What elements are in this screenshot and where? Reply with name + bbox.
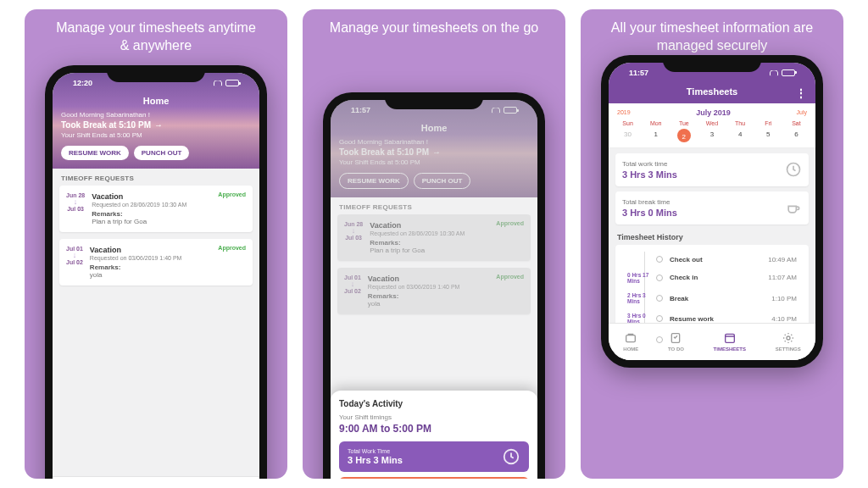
date-range: Jun 28 ↓ Jul 03 [66, 192, 85, 225]
selected-day: 2 [677, 129, 691, 142]
timeoff-card: Jun 28↓Jul 03 VacationRequested on 28/06… [337, 214, 531, 261]
shift-end-text: Your Shift Ends at 5:00 PM [61, 131, 251, 139]
month-navigator: 2019 July 2019 July [609, 103, 815, 120]
todo-icon [669, 331, 682, 345]
calendar-days[interactable]: 30 1 2 3 4 5 6 [609, 126, 815, 148]
resume-work-button[interactable]: RESUME WORK [61, 146, 129, 160]
screen-home: 12:20 Home Good Morning Sabarinathan ! T… [53, 73, 259, 479]
timeline-row: 0 Hrs 17 Mins Check in11:07 AM [627, 268, 797, 288]
wifi-icon [492, 108, 500, 114]
prev-month[interactable]: 2019 [617, 109, 631, 115]
wifi-icon [214, 80, 222, 86]
status-time: 11:57 [351, 106, 370, 114]
break-status[interactable]: Took Break at 5:10 PM → [61, 120, 251, 130]
status-icons [214, 79, 239, 87]
phone-notch [107, 65, 205, 82]
screen-home-sheet: 11:57 Home Good Morning Sabarinathan ! T… [331, 100, 537, 479]
remarks-value: Plan a trip for Goa [92, 218, 246, 225]
day-of-week-row: SunMonTueWedThuFriSat [609, 120, 815, 126]
timeoff-requested: Requested on 03/06/2019 1:40 PM [90, 255, 246, 261]
work-time-stat: Total Work Time 3 Hrs 3 Mins [339, 441, 529, 472]
punch-out-button[interactable]: PUNCH OUT [134, 146, 190, 160]
dimmed-background: 11:57 Home Good Morning Sabarinathan ! T… [331, 100, 537, 314]
phone-notch [385, 92, 483, 109]
arrow-right-icon: → [432, 147, 441, 157]
battery-icon [225, 80, 239, 86]
coffee-icon [785, 199, 802, 216]
status-badge: Approved [218, 191, 246, 197]
punch-out-button[interactable]: PUNCH OUT [414, 173, 471, 189]
home-hero: 12:20 Home Good Morning Sabarinathan ! T… [53, 73, 259, 169]
screen-title: Timesheets ⋮ [617, 83, 807, 97]
promo-headline: All your timesheet information are manag… [581, 9, 843, 55]
phone-notch [663, 55, 761, 72]
status-time: 12:20 [73, 79, 92, 87]
promo-panel-3: All your timesheet information are manag… [581, 9, 843, 479]
battery-icon [504, 107, 517, 114]
home-icon [624, 331, 637, 345]
greeting-text: Good Morning Sabarinathan ! [61, 111, 251, 119]
date-range: Jul 01 ↓ Jul 02 [66, 246, 83, 279]
remarks-value: yola [90, 271, 246, 279]
arrow-down-icon: ↓ [74, 200, 78, 204]
screen-title: Home [61, 93, 251, 111]
svg-rect-6 [626, 336, 636, 342]
timeoff-card[interactable]: Jun 28 ↓ Jul 03 Vacation Requested on 28… [59, 186, 253, 232]
current-month[interactable]: July 2019 [696, 108, 731, 117]
tab-bar: HOME TO DO TIMESHEETS SETTINGS [53, 476, 259, 479]
phone-frame: 12:20 Home Good Morning Sabarinathan ! T… [45, 65, 267, 479]
arrow-down-icon: ↓ [73, 253, 77, 258]
status-icons [770, 69, 795, 77]
status-badge: Approved [218, 245, 246, 251]
gear-icon [782, 331, 795, 345]
svg-rect-8 [725, 335, 734, 343]
phone-frame: 11:57 Timesheets ⋮ 2019 July 2019 July S… [601, 55, 823, 368]
activity-sheet[interactable]: Today's Activity Your Shift timings 9:00… [331, 391, 537, 479]
battery-icon [782, 69, 795, 76]
promo-panel-1: Manage your timesheets anytime & anywher… [25, 9, 287, 479]
remarks-label: Remarks: [90, 263, 246, 271]
phone-frame: 11:57 Home Good Morning Sabarinathan ! T… [323, 92, 545, 479]
shift-value: 9:00 AM to 5:00 PM [339, 423, 529, 435]
screen-timesheets: 11:57 Timesheets ⋮ 2019 July 2019 July S… [609, 63, 815, 360]
timeoff-section-header: TIMEOFF REQUESTS [53, 169, 259, 186]
clock-icon [785, 161, 802, 178]
more-icon[interactable]: ⋮ [795, 86, 807, 100]
tab-settings[interactable]: SETTINGS [776, 331, 801, 352]
status-time: 11:57 [629, 69, 648, 77]
timeoff-card: Jul 01↓Jul 02 VacationRequested on 03/06… [337, 268, 531, 314]
tab-todo[interactable]: TO DO [668, 331, 684, 352]
break-time-stat: Total Break Time 3 Hrs 0 Mins [339, 477, 529, 479]
timeoff-card[interactable]: Jul 01 ↓ Jul 02 Vacation Requested on 03… [59, 239, 253, 286]
arrow-right-icon: → [154, 120, 163, 130]
status-icons [492, 106, 517, 114]
promo-panel-2: Manage your timesheets on the go 11:57 H… [303, 9, 565, 479]
history-header: Timesheet History [609, 230, 815, 245]
wifi-icon [770, 69, 778, 75]
timeline-row: 2 Hrs 3 Mins Break1:10 PM [627, 288, 797, 308]
remarks-label: Remarks: [92, 210, 246, 218]
shift-label: Your Shift timings [339, 413, 529, 421]
timesheets-icon [723, 331, 737, 345]
sheet-title: Today's Activity [339, 399, 529, 408]
promo-headline: Manage your timesheets on the go [303, 9, 565, 37]
tab-bar: HOME TO DO TIMESHEETS SETTINGS [609, 323, 815, 360]
resume-work-button[interactable]: RESUME WORK [339, 173, 409, 189]
svg-point-9 [787, 336, 790, 340]
next-month[interactable]: July [797, 109, 807, 115]
work-time-card: Total work time 3 Hrs 3 Mins [615, 153, 809, 186]
promo-headline: Manage your timesheets anytime & anywher… [25, 9, 287, 55]
timeoff-requested: Requested on 28/06/2019 10:30 AM [92, 202, 246, 208]
timeline-row: Check out10:49 AM [627, 252, 797, 268]
clock-icon [502, 447, 520, 466]
tab-timesheets[interactable]: TIMESHEETS [714, 331, 746, 352]
action-row: RESUME WORK PUNCH OUT [61, 146, 251, 160]
tab-home[interactable]: HOME [623, 331, 638, 352]
break-time-card: Total break time 3 Hrs 0 Mins [615, 191, 809, 225]
